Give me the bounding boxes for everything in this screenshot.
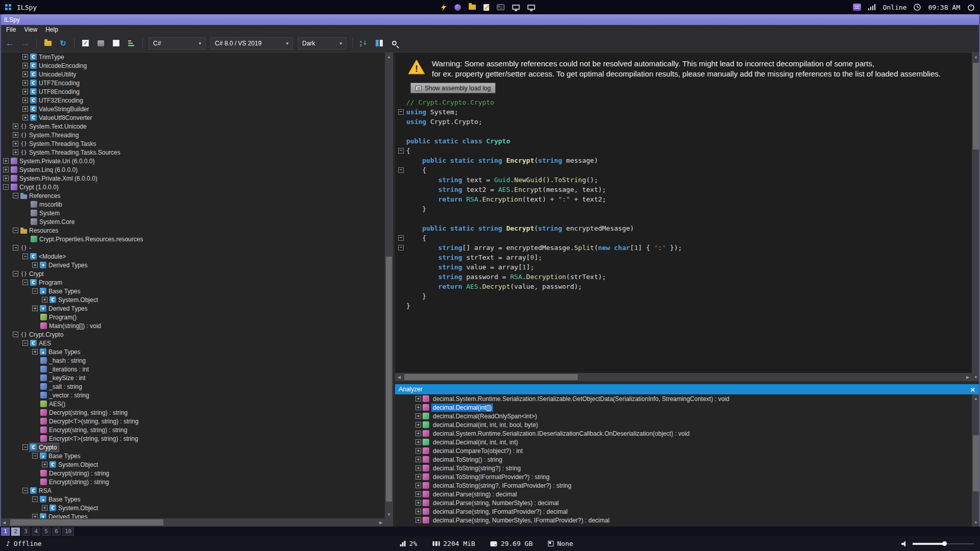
- tree-vertical-scrollbar[interactable]: ▲ ▼: [385, 53, 393, 518]
- expand-icon[interactable]: +: [415, 483, 421, 488]
- tree-item[interactable]: +System.Private.Uri (6.0.0.0): [0, 157, 385, 165]
- expand-icon[interactable]: +: [415, 405, 421, 410]
- tree-item[interactable]: +▼Derived Types: [0, 304, 385, 313]
- tree-item[interactable]: −CCrypto: [0, 443, 385, 452]
- tree-item[interactable]: +{}System.Threading: [0, 131, 385, 139]
- show-internal-api-toggle[interactable]: ✓: [79, 37, 92, 50]
- show-assembly-load-log-button[interactable]: Show assembly load log: [410, 83, 496, 93]
- scrollbar-thumb[interactable]: [973, 435, 979, 491]
- analyzer-item[interactable]: +decimal.ToString(string?, IFormatProvid…: [395, 481, 972, 490]
- split-view-button[interactable]: [372, 37, 386, 50]
- collapse-icon[interactable]: −: [13, 193, 18, 198]
- tree-item[interactable]: +CSystem.Object: [0, 295, 385, 304]
- tree-item[interactable]: +System.Linq (6.0.0.0): [0, 165, 385, 174]
- fold-collapse-icon[interactable]: −: [398, 109, 404, 115]
- scroll-down-icon[interactable]: ▼: [385, 510, 393, 518]
- workspace-2[interactable]: 2: [11, 528, 20, 536]
- fold-collapse-icon[interactable]: −: [398, 148, 404, 154]
- expand-icon[interactable]: +: [3, 176, 9, 181]
- expand-icon[interactable]: +: [32, 514, 38, 518]
- analyzer-item[interactable]: +decimal.Parse(string, NumberStyles) : d…: [395, 498, 972, 507]
- tree-item[interactable]: System.Core: [0, 217, 385, 226]
- analyzer-item[interactable]: +decimal.ToString() : string: [395, 455, 972, 464]
- tree-item[interactable]: mscorlib: [0, 200, 385, 209]
- back-button[interactable]: ←: [3, 37, 17, 50]
- expand-icon[interactable]: +: [22, 80, 28, 86]
- collapse-icon[interactable]: −: [3, 184, 9, 190]
- tree-item[interactable]: _vector : string: [0, 391, 385, 399]
- tree-item[interactable]: Decrypt(string) : string: [0, 469, 385, 478]
- scroll-left-icon[interactable]: ◀: [0, 518, 8, 527]
- tree-item[interactable]: _iterations : int: [0, 365, 385, 373]
- tree-item[interactable]: −{}Crypt.Crypto: [0, 330, 385, 339]
- scroll-left-icon[interactable]: ◀: [395, 373, 403, 381]
- tree-item[interactable]: −CProgram: [0, 278, 385, 287]
- collapse-icon[interactable]: −: [22, 254, 28, 259]
- metadata-view-button[interactable]: [94, 37, 108, 50]
- bolt-icon[interactable]: [441, 4, 447, 11]
- collapse-icon[interactable]: −: [13, 332, 18, 337]
- expand-icon[interactable]: +: [32, 349, 38, 355]
- workspace-10[interactable]: 10: [62, 528, 74, 536]
- tree-item[interactable]: Encrypt(string) : string: [0, 478, 385, 486]
- language-select[interactable]: C#▾: [149, 37, 206, 49]
- expand-icon[interactable]: +: [415, 491, 421, 497]
- refresh-button[interactable]: ↻: [56, 37, 70, 50]
- tree-item[interactable]: +{}System.Text.Unicode: [0, 122, 385, 131]
- tree-item[interactable]: Program(): [0, 313, 385, 321]
- expand-icon[interactable]: +: [13, 149, 18, 155]
- volume-knob[interactable]: [942, 541, 947, 546]
- collapse-icon[interactable]: −: [32, 496, 38, 502]
- workspace-1[interactable]: 1: [1, 528, 10, 536]
- expand-icon[interactable]: +: [415, 439, 421, 445]
- tree-item[interactable]: +System.Private.Xml (6.0.0.0): [0, 174, 385, 183]
- expand-icon[interactable]: +: [415, 500, 421, 506]
- analyzer-item[interactable]: +decimal.System.Runtime.Serialization.IS…: [395, 394, 972, 403]
- analyzer-item[interactable]: +decimal.Decimal(int[]): [395, 403, 972, 412]
- power-icon[interactable]: [967, 4, 975, 11]
- scroll-right-icon[interactable]: ▶: [964, 373, 972, 381]
- tree-item[interactable]: +CUnicodeEncoding: [0, 61, 385, 70]
- analyzer-item[interactable]: +decimal.Decimal(int, int, int, bool, by…: [395, 420, 972, 429]
- tree-item[interactable]: AES(): [0, 399, 385, 408]
- tree-item[interactable]: −References: [0, 191, 385, 200]
- theme-select[interactable]: Dark▾: [298, 37, 347, 49]
- tree-item[interactable]: _salt : string: [0, 382, 385, 391]
- expand-icon[interactable]: +: [42, 462, 47, 467]
- expand-icon[interactable]: +: [13, 141, 18, 146]
- expand-icon[interactable]: +: [415, 509, 421, 514]
- analyzer-item[interactable]: +decimal.ToString(IFormatProvider?) : st…: [395, 472, 972, 481]
- tree-item[interactable]: +{}System.Threading.Tasks: [0, 139, 385, 148]
- expand-icon[interactable]: +: [22, 115, 28, 120]
- fold-collapse-icon[interactable]: −: [398, 167, 404, 173]
- analyzer-item[interactable]: +decimal.System.Runtime.Serialization.ID…: [395, 429, 972, 438]
- scroll-right-icon[interactable]: ▶: [377, 518, 385, 527]
- tree-item[interactable]: −CRSA: [0, 486, 385, 495]
- workspace-grid-icon[interactable]: [5, 4, 12, 11]
- expand-icon[interactable]: +: [22, 63, 28, 68]
- monitor-icon[interactable]: [527, 5, 535, 10]
- expand-icon[interactable]: +: [22, 54, 28, 60]
- tree-item[interactable]: Encrypt(string, string) : string: [0, 425, 385, 434]
- expand-icon[interactable]: +: [3, 158, 9, 164]
- expand-icon[interactable]: +: [415, 517, 421, 523]
- analyzer-item[interactable]: +decimal.Decimal(int, int, int, int): [395, 438, 972, 446]
- collapse-icon[interactable]: −: [13, 245, 18, 251]
- open-file-button[interactable]: [41, 37, 55, 50]
- tree-item[interactable]: Encrypt<T>(string, string) : string: [0, 434, 385, 443]
- workspace-3[interactable]: 3: [21, 528, 30, 536]
- workspace-6[interactable]: 6: [52, 528, 61, 536]
- analyzer-item[interactable]: +decimal.CompareTo(object?) : int: [395, 446, 972, 455]
- tree-item[interactable]: −CAES: [0, 339, 385, 347]
- code-view[interactable]: // Crypt.Crypto.Crypto−using System;usin…: [395, 95, 972, 311]
- tree-item[interactable]: +CSystem.Object: [0, 504, 385, 512]
- tree-item[interactable]: +▼Derived Types: [0, 512, 385, 518]
- tree-item[interactable]: +CTrimType: [0, 53, 385, 61]
- scrollbar-thumb[interactable]: [10, 519, 163, 525]
- scroll-up-icon[interactable]: ▲: [385, 53, 393, 61]
- expand-icon[interactable]: +: [13, 132, 18, 138]
- volume-control[interactable]: [901, 541, 974, 547]
- fold-collapse-icon[interactable]: −: [398, 245, 404, 251]
- monitor-icon[interactable]: [512, 5, 520, 10]
- analyzer-item[interactable]: +decimal.ToString(string?) : string: [395, 464, 972, 472]
